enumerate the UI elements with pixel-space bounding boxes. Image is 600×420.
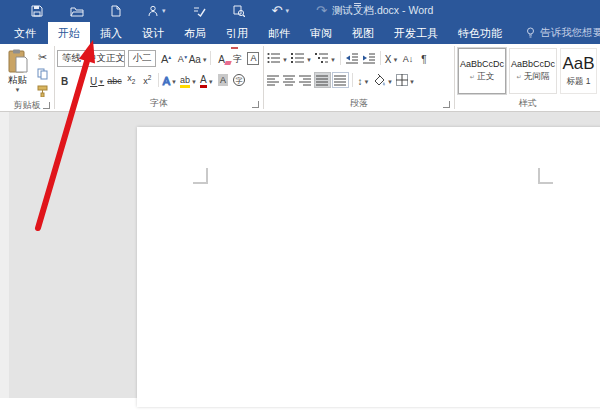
paragraph-group: ▼ ▼ ▼ X▼ A↓ ¶ [264, 44, 454, 111]
left-edge-strip [0, 112, 9, 398]
tab-view[interactable]: 视图 [342, 22, 384, 44]
ribbon: 粘贴 ▼ ✂ 剪贴板 等线 (中文正文 ▼ [0, 44, 600, 112]
tab-home[interactable]: 开始 [48, 22, 90, 44]
window-title: 测试文档.docx - Word [332, 4, 433, 18]
format-painter-icon[interactable] [35, 84, 50, 98]
clipboard-group-label: 剪贴板 [14, 99, 41, 112]
font-color-button[interactable]: A▼ [199, 72, 215, 88]
copy-icon[interactable] [35, 67, 50, 81]
italic-button[interactable]: I [73, 72, 88, 88]
borders-button[interactable]: ▼ [395, 72, 416, 88]
enclose-characters-button[interactable]: 字 [232, 72, 247, 88]
open-icon[interactable] [70, 3, 84, 19]
text-highlight-button[interactable]: ab▼ [179, 72, 198, 88]
chevron-down-icon: ▼ [15, 87, 21, 93]
numbering-button[interactable]: ▼ [290, 50, 313, 66]
tab-review[interactable]: 审阅 [300, 22, 342, 44]
bullets-button[interactable]: ▼ [266, 50, 289, 66]
tab-file[interactable]: 文件 [2, 22, 48, 44]
style-card-normal[interactable]: AaBbCcDc ↵ 正文 [458, 48, 506, 94]
shading-button[interactable]: ▼ [372, 72, 394, 88]
clipboard-dialog-launcher[interactable] [43, 102, 50, 109]
paragraph-dialog-launcher[interactable] [443, 101, 450, 108]
chevron-down-icon: ▾ [285, 7, 289, 15]
tab-special-features[interactable]: 特色功能 [448, 22, 512, 44]
subscript-button[interactable]: x2 [124, 72, 139, 88]
text-effects-button[interactable]: A▼ [162, 72, 178, 88]
chevron-down-icon: ▼ [152, 55, 157, 61]
lightbulb-icon [526, 27, 535, 39]
font-group: 等线 (中文正文 ▼ 小二 ▼ A▲ A▼ Aa▼ A 字 A B I U▼ a [55, 44, 263, 111]
document-page[interactable] [137, 127, 600, 407]
new-document-icon[interactable] [111, 3, 121, 19]
margin-mark-left [193, 168, 208, 184]
tab-design[interactable]: 设计 [132, 22, 174, 44]
character-border-button[interactable]: A [246, 50, 261, 66]
line-spacing-button[interactable]: ↕▼ [356, 72, 371, 88]
font-size-combo[interactable]: 小二 ▼ [128, 50, 157, 67]
print-preview-icon[interactable] [233, 3, 245, 19]
tab-layout[interactable]: 布局 [174, 22, 216, 44]
sort-button[interactable]: A↓ [400, 50, 415, 66]
tab-insert[interactable]: 插入 [90, 22, 132, 44]
grow-font-button[interactable]: A▲ [157, 50, 172, 66]
change-case-button[interactable]: Aa▼ [189, 50, 207, 66]
clipboard-group: 粘贴 ▼ ✂ 剪贴板 [0, 44, 54, 111]
font-group-label: 字体 [150, 97, 168, 110]
shrink-font-button[interactable]: A▼ [173, 50, 188, 66]
clear-formatting-button[interactable]: A [214, 50, 229, 66]
underline-button[interactable]: U▼ [89, 72, 105, 88]
document-area [0, 112, 600, 398]
styles-group: AaBbCcDc ↵ 正文 AaBbCcDc ↵ 无间隔 AaB 标题 1 样式 [455, 44, 600, 111]
align-right-button[interactable] [298, 72, 313, 88]
decrease-indent-button[interactable] [344, 50, 360, 66]
paste-button[interactable]: 粘贴 ▼ [4, 47, 31, 98]
save-icon[interactable] [31, 3, 43, 19]
title-bar: ▾ ↶ ▾ ↷ 测试文档.docx - Word [0, 0, 600, 22]
cut-icon[interactable]: ✂ [35, 50, 50, 64]
tab-references[interactable]: 引用 [216, 22, 258, 44]
bold-button[interactable]: B [57, 72, 72, 88]
align-left-button[interactable] [266, 72, 281, 88]
font-dialog-launcher[interactable] [252, 101, 259, 108]
styles-group-label: 样式 [519, 97, 537, 110]
strikethrough-button[interactable]: abc [106, 72, 123, 88]
chevron-down-icon: ▾ [162, 7, 166, 15]
character-shading-button[interactable]: A [216, 72, 231, 88]
quick-access-toolbar: ▾ ↶ ▾ ↷ [0, 3, 361, 19]
tab-developer[interactable]: 开发工具 [384, 22, 448, 44]
tab-mailings[interactable]: 邮件 [258, 22, 300, 44]
undo-icon[interactable]: ↶ ▾ [272, 3, 289, 19]
user-icon[interactable]: ▾ [148, 3, 166, 19]
font-name-combo[interactable]: 等线 (中文正文 ▼ [57, 50, 125, 67]
align-center-button[interactable] [282, 72, 297, 88]
tell-me-label: 告诉我您想要做什么... [540, 26, 600, 40]
tell-me-box[interactable]: 告诉我您想要做什么... [526, 22, 600, 44]
show-hide-marks-button[interactable]: ¶ [416, 50, 431, 66]
style-card-no-spacing[interactable]: AaBbCcDc ↵ 无间隔 [509, 48, 557, 94]
asian-layout-button[interactable]: X▼ [384, 50, 400, 66]
paragraph-group-label: 段落 [350, 97, 368, 110]
multilevel-list-button[interactable]: ▼ [314, 50, 337, 66]
ribbon-tab-row: 文件 开始 插入 设计 布局 引用 邮件 审阅 视图 开发工具 特色功能 告诉我… [0, 22, 600, 44]
phonetic-guide-button[interactable]: 字 [230, 50, 245, 66]
superscript-button[interactable]: x2 [140, 72, 155, 88]
style-card-heading1[interactable]: AaB 标题 1 [560, 48, 597, 94]
distribute-button[interactable] [332, 72, 349, 88]
clipboard-icon [8, 49, 28, 73]
justify-button[interactable] [314, 72, 331, 88]
redo-icon[interactable]: ↷ [316, 3, 327, 19]
increase-indent-button[interactable] [361, 50, 377, 66]
spellcheck-icon[interactable] [193, 3, 206, 19]
margin-mark-right [538, 168, 553, 184]
